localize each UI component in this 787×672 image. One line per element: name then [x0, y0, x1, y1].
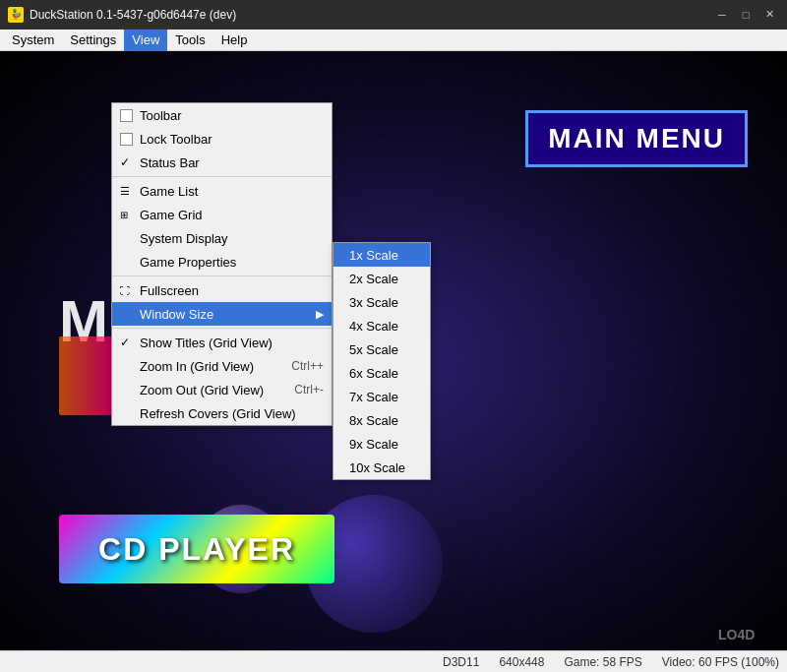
renderer-label: D3D11	[443, 655, 479, 669]
submenu-10x-scale[interactable]: 10x Scale	[333, 456, 430, 479]
status-bar: D3D11 640x448 Game: 58 FPS Video: 60 FPS…	[0, 650, 787, 672]
menu-help[interactable]: Help	[213, 30, 256, 51]
toolbar-checkbox	[120, 109, 133, 122]
zoom-in-shortcut: Ctrl++	[291, 359, 324, 373]
window-size-submenu: 1x Scale 2x Scale 3x Scale 4x Scale 5x S…	[333, 242, 431, 480]
cd-player-area: CD PLAYER	[59, 515, 394, 583]
menu-item-game-properties[interactable]: Game Properties	[112, 250, 332, 274]
list-icon: ☰	[120, 185, 130, 198]
submenu-7x-scale[interactable]: 7x Scale	[333, 385, 430, 408]
menu-view[interactable]: View	[124, 30, 167, 51]
submenu-9x-scale[interactable]: 9x Scale	[333, 432, 430, 456]
menu-item-game-grid[interactable]: ⊞ Game Grid	[112, 203, 332, 226]
zoom-out-shortcut: Ctrl+-	[294, 383, 324, 397]
view-dropdown-menu: Toolbar Lock Toolbar ✓ Status Bar ☰ Game…	[111, 102, 333, 426]
menu-item-zoom-out[interactable]: Zoom Out (Grid View) Ctrl+-	[112, 378, 332, 401]
menu-item-game-list[interactable]: ☰ Game List	[112, 179, 332, 203]
menu-item-window-size[interactable]: Window Size ▶	[112, 302, 332, 326]
separator-1	[112, 176, 332, 177]
lock-toolbar-checkbox	[120, 133, 133, 146]
cd-player-banner: CD PLAYER	[59, 515, 334, 583]
submenu-2x-scale[interactable]: 2x Scale	[333, 267, 430, 290]
menu-bar: System Settings View Tools Help	[0, 30, 787, 51]
main-menu-text: MAIN MENU	[548, 123, 725, 153]
close-button[interactable]: ✕	[759, 5, 779, 25]
status-bar-checkmark: ✓	[120, 155, 130, 169]
menu-item-fullscreen[interactable]: ⛶ Fullscreen	[112, 278, 332, 302]
app-icon: 🦆	[8, 7, 24, 23]
svg-text:LO4D: LO4D	[718, 627, 755, 642]
submenu-1x-scale[interactable]: 1x Scale	[333, 243, 430, 267]
menu-item-system-display[interactable]: System Display	[112, 226, 332, 250]
submenu-arrow: ▶	[316, 308, 324, 321]
main-area: MEN CD PLAYER MAIN MENU LO4D D3D11 640x4…	[0, 51, 787, 672]
resolution-label: 640x448	[499, 655, 544, 669]
maximize-button[interactable]: □	[736, 5, 756, 25]
lo4d-watermark: LO4D	[718, 625, 777, 647]
menu-item-lock-toolbar[interactable]: Lock Toolbar	[112, 127, 332, 151]
menu-tools[interactable]: Tools	[167, 30, 212, 51]
fullscreen-icon: ⛶	[120, 285, 130, 296]
menu-settings[interactable]: Settings	[62, 30, 124, 51]
submenu-3x-scale[interactable]: 3x Scale	[333, 290, 430, 314]
grid-icon: ⊞	[120, 210, 128, 220]
cd-player-text: CD PLAYER	[98, 531, 295, 568]
menu-item-status-bar[interactable]: ✓ Status Bar	[112, 151, 332, 174]
submenu-8x-scale[interactable]: 8x Scale	[333, 408, 430, 432]
submenu-5x-scale[interactable]: 5x Scale	[333, 337, 430, 361]
separator-3	[112, 328, 332, 329]
show-titles-checkmark: ✓	[120, 336, 130, 349]
submenu-4x-scale[interactable]: 4x Scale	[333, 314, 430, 337]
submenu-6x-scale[interactable]: 6x Scale	[333, 361, 430, 385]
video-fps-label: Video: 60 FPS (100%)	[662, 655, 779, 669]
separator-2	[112, 275, 332, 276]
menu-item-toolbar[interactable]: Toolbar	[112, 103, 332, 127]
title-text: DuckStation 0.1-5437-g06d6447e (dev)	[30, 8, 712, 22]
game-fps-label: Game: 58 FPS	[564, 655, 641, 669]
title-bar: 🦆 DuckStation 0.1-5437-g06d6447e (dev) ─…	[0, 0, 787, 30]
window-controls: ─ □ ✕	[712, 5, 779, 25]
menu-item-refresh-covers[interactable]: Refresh Covers (Grid View)	[112, 401, 332, 425]
menu-item-zoom-in[interactable]: Zoom In (Grid View) Ctrl++	[112, 354, 332, 378]
menu-system[interactable]: System	[4, 30, 62, 51]
main-menu-banner: MAIN MENU	[525, 110, 748, 167]
menu-item-show-titles[interactable]: ✓ Show Titles (Grid View)	[112, 331, 332, 354]
minimize-button[interactable]: ─	[712, 5, 732, 25]
